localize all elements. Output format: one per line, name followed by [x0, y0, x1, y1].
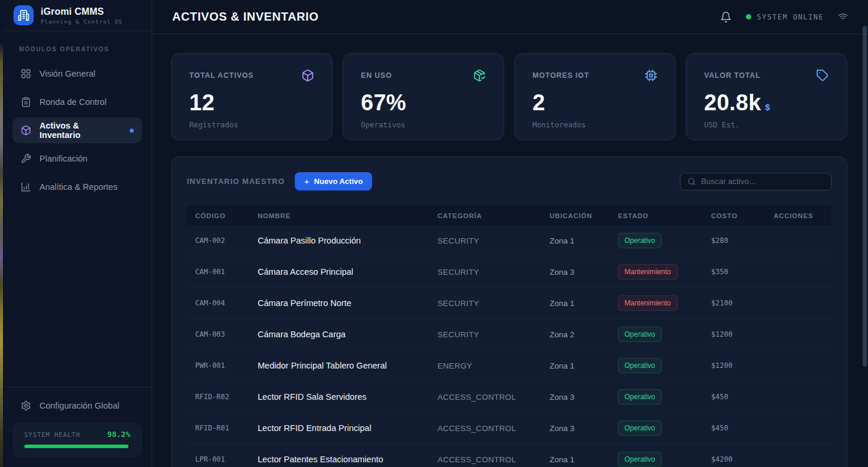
status-badge: Operativo — [618, 420, 662, 436]
column-header-nombre: NOMBRE — [258, 212, 438, 219]
vertical-scrollbar[interactable] — [863, 26, 867, 367]
sidebar-item-analitica-reportes[interactable]: Analítica & Reportes — [12, 174, 142, 200]
asset-name: Cámara Perímetro Norte — [258, 298, 438, 308]
asset-location: Zona 3 — [550, 268, 618, 277]
sidebar-item-label: Visión General — [40, 69, 96, 78]
asset-cost: $350 — [711, 268, 774, 276]
table-row[interactable]: LPR-001 Lector Patentes Estacionamiento … — [187, 444, 831, 467]
asset-search-box[interactable] — [680, 173, 831, 190]
asset-category: ENERGY — [438, 361, 550, 370]
system-status: SYSTEM ONLINE — [746, 13, 824, 21]
stat-subtitle: Monitoreados — [532, 120, 657, 129]
asset-name: Cámara Pasillo Producción — [258, 236, 438, 245]
column-header-codigo: CÓDIGO — [195, 212, 258, 219]
stat-subtitle: Operativos — [361, 120, 486, 129]
global-settings-button[interactable]: Configuración Global — [12, 400, 142, 411]
search-icon — [688, 177, 696, 186]
sidebar-section-label: MÓDULOS OPERATIVOS — [3, 31, 152, 58]
sidebar-item-vision-general[interactable]: Visión General — [12, 61, 142, 87]
package-check-icon — [473, 69, 486, 82]
system-status-label: SYSTEM ONLINE — [757, 13, 824, 21]
table-row[interactable]: RFID-R02 Lector RFID Sala Servidores ACC… — [187, 382, 831, 413]
table-row[interactable]: CAM-004 Cámara Perímetro Norte SECURITY … — [187, 288, 831, 319]
asset-name: Cámara Acceso Principal — [258, 267, 438, 277]
inventory-toolbar: INVENTARIO MAESTRO + Nuevo Activo — [187, 172, 831, 190]
global-settings-label: Configuración Global — [40, 401, 119, 410]
asset-cost: $4200 — [711, 455, 774, 463]
asset-cost: $1200 — [711, 330, 774, 338]
asset-code: CAM-002 — [195, 236, 258, 245]
stat-card-motores-iot: MOTORES IOT 2 Monitoreado — [514, 53, 676, 140]
asset-category: ACCESS_CONTROL — [438, 455, 550, 464]
asset-code: PWR-001 — [195, 361, 258, 370]
asset-cost: $1200 — [711, 361, 774, 370]
brand: iGromi CMMS Planning & Control OS — [3, 0, 152, 31]
stat-label: TOTAL ACTIVOS — [189, 69, 254, 80]
asset-location: Zona 1 — [550, 236, 618, 245]
notifications-bell-icon[interactable] — [720, 11, 732, 23]
status-badge: Mantenimiento — [618, 295, 678, 311]
page-title: ACTIVOS & INVENTARIO — [172, 10, 318, 24]
table-row[interactable]: CAM-002 Cámara Pasillo Producción SECURI… — [187, 225, 831, 256]
asset-cost: $280 — [711, 236, 774, 245]
top-header: ACTIVOS & INVENTARIO SYSTEM ONLINE — [152, 0, 868, 34]
sidebar-nav: MÓDULOS OPERATIVOS Visión General — [3, 31, 152, 387]
asset-code: LPR-001 — [195, 455, 258, 463]
sidebar-item-activos-inventario[interactable]: Activos & Inventario — [12, 117, 142, 143]
status-badge: Operativo — [618, 389, 662, 404]
asset-name: Cámara Bodega Carga — [258, 330, 438, 339]
wifi-icon — [838, 12, 848, 22]
stat-value: 67% — [361, 90, 406, 116]
table-row[interactable]: CAM-003 Cámara Bodega Carga SECURITY Zon… — [187, 319, 831, 350]
asset-location: Zona 3 — [550, 424, 618, 433]
clipboard-icon — [21, 97, 31, 107]
stat-value: 12 — [189, 90, 215, 116]
sidebar-item-label: Ronda de Control — [40, 97, 107, 107]
sidebar: iGromi CMMS Planning & Control OS MÓDULO… — [3, 0, 152, 467]
status-badge: Mantenimiento — [618, 264, 678, 279]
cube-icon — [21, 125, 31, 136]
brand-name: iGromi CMMS — [41, 6, 123, 17]
stat-card-valor-total: VALOR TOTAL 20.8k $ USD Est. — [686, 53, 847, 140]
asset-name: Medidor Principal Tablero General — [258, 361, 438, 370]
new-asset-button-label: Nuevo Activo — [314, 177, 363, 186]
gear-icon — [21, 400, 31, 411]
status-badge: Operativo — [618, 233, 662, 248]
sidebar-item-ronda-de-control[interactable]: Ronda de Control — [12, 89, 142, 115]
sidebar-item-planificacion[interactable]: Planificación — [12, 146, 142, 172]
asset-search-input[interactable] — [701, 177, 824, 186]
app-window: iGromi CMMS Planning & Control OS MÓDULO… — [0, 0, 868, 467]
stat-value: 2 — [532, 90, 545, 116]
status-badge: Operativo — [618, 327, 662, 342]
stat-value-suffix: $ — [765, 102, 770, 112]
table-row[interactable]: RFID-R01 Lector RFID Entrada Principal A… — [187, 413, 831, 444]
inventory-title: INVENTARIO MAESTRO — [187, 177, 285, 186]
column-header-categoria: CATEGORÍA — [438, 212, 550, 219]
asset-category: SECURITY — [438, 330, 550, 339]
brand-subtitle: Planning & Control OS — [41, 19, 123, 25]
asset-code: CAM-003 — [195, 330, 258, 338]
table-header-row: CÓDIGO NOMBRE CATEGORÍA UBICACIÓN ESTADO… — [187, 206, 831, 225]
system-health-progressbar — [24, 445, 130, 448]
new-asset-button[interactable]: + Nuevo Activo — [295, 172, 372, 190]
tag-icon — [816, 69, 829, 82]
inventory-panel: INVENTARIO MAESTRO + Nuevo Activo CÓDIGO — [171, 156, 847, 467]
asset-location: Zona 1 — [550, 361, 618, 370]
table-body: CAM-002 Cámara Pasillo Producción SECURI… — [187, 225, 831, 467]
table-row[interactable]: CAM-001 Cámara Acceso Principal SECURITY… — [187, 256, 831, 288]
cube-icon — [301, 69, 314, 82]
wrench-icon — [21, 153, 31, 164]
asset-cost: $450 — [711, 393, 774, 401]
asset-category: SECURITY — [438, 268, 550, 277]
asset-category: ACCESS_CONTROL — [438, 424, 550, 433]
stat-label: EN USO — [361, 69, 392, 80]
system-health-value: 98.2% — [107, 430, 130, 439]
status-badge: Operativo — [618, 358, 662, 373]
stat-card-en-uso: EN USO 67% Operativos — [343, 53, 504, 140]
column-header-costo: COSTO — [711, 212, 774, 219]
active-dot — [130, 129, 134, 133]
sidebar-item-label: Activos & Inventario — [40, 121, 121, 140]
asset-cost: $2100 — [711, 299, 774, 307]
table-row[interactable]: PWR-001 Medidor Principal Tablero Genera… — [187, 350, 831, 382]
sidebar-footer: Configuración Global SYSTEM HEALTH 98.2% — [3, 387, 152, 467]
